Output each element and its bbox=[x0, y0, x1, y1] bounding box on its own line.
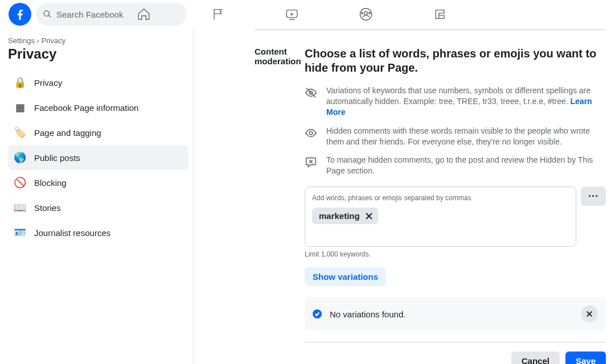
gaming-icon bbox=[433, 7, 448, 22]
svg-point-4 bbox=[369, 13, 371, 14]
tag-icon: 🏷️ bbox=[14, 126, 26, 139]
flag-icon bbox=[211, 7, 226, 22]
alert-text: No variations found. bbox=[330, 309, 581, 319]
info-manage: To manage hidden comments, go to the pos… bbox=[326, 155, 606, 176]
groups-icon bbox=[359, 7, 374, 22]
search-placeholder: Search Facebook bbox=[56, 10, 124, 19]
info-variations: Variations of keywords that use numbers,… bbox=[326, 85, 606, 118]
search-icon bbox=[43, 10, 52, 19]
lock-icon: 🔒 bbox=[14, 76, 26, 89]
svg-point-6 bbox=[309, 131, 313, 135]
globe-icon: 🌎 bbox=[14, 151, 26, 164]
grid-icon: ▦ bbox=[14, 101, 26, 114]
save-button[interactable]: Save bbox=[565, 351, 606, 364]
nav-home[interactable] bbox=[136, 6, 152, 22]
sidebar-item-page-info[interactable]: ▦Facebook Page information bbox=[8, 95, 188, 120]
sidebar-item-blocking[interactable]: 🚫Blocking bbox=[8, 170, 188, 195]
sidebar-item-stories[interactable]: 📖Stories bbox=[8, 195, 188, 220]
svg-point-3 bbox=[362, 13, 363, 14]
dismiss-alert-button[interactable] bbox=[581, 305, 598, 322]
keywords-placeholder: Add words, phrases or emojis separated b… bbox=[312, 194, 569, 202]
variations-alert: No variations found. bbox=[305, 297, 606, 330]
check-icon bbox=[313, 309, 322, 318]
facebook-logo[interactable] bbox=[9, 3, 31, 26]
keywords-input[interactable]: Add words, phrases or emojis separated b… bbox=[305, 187, 576, 247]
sidebar-item-journalist[interactable]: 🪪Journalist resources bbox=[8, 220, 188, 245]
show-variations-button[interactable]: Show variations bbox=[305, 267, 386, 286]
nav-gaming[interactable] bbox=[432, 6, 448, 22]
cancel-button[interactable]: Cancel bbox=[511, 351, 560, 364]
sidebar: Settings › Privacy Privacy 🔒Privacy ▦Fac… bbox=[0, 28, 194, 364]
keyword-chip: marketing bbox=[312, 208, 378, 224]
stories-icon: 📖 bbox=[14, 201, 26, 214]
sidebar-item-public-posts[interactable]: 🌎Public posts bbox=[8, 145, 188, 170]
eye-off-icon bbox=[305, 86, 317, 99]
breadcrumb-privacy[interactable]: Privacy bbox=[42, 36, 66, 45]
nav-groups[interactable] bbox=[358, 6, 374, 22]
home-icon bbox=[137, 7, 151, 22]
divider bbox=[305, 342, 606, 342]
info-visibility: Hidden comments with these words remain … bbox=[326, 126, 606, 147]
more-options-button[interactable]: ··· bbox=[581, 187, 606, 206]
top-nav bbox=[136, 6, 448, 22]
section-label: Content moderation bbox=[255, 47, 305, 66]
sidebar-item-tagging[interactable]: 🏷️Page and tagging bbox=[8, 120, 188, 145]
block-icon: 🚫 bbox=[14, 176, 26, 189]
nav-pages[interactable] bbox=[210, 6, 226, 22]
breadcrumb-settings[interactable]: Settings bbox=[8, 36, 35, 45]
facebook-icon bbox=[13, 7, 27, 21]
nav-watch[interactable] bbox=[284, 6, 300, 22]
sidebar-item-privacy[interactable]: 🔒Privacy bbox=[8, 70, 188, 95]
content: Content moderation Choose a list of word… bbox=[194, 28, 615, 364]
page-title: Privacy bbox=[8, 46, 188, 62]
svg-point-2 bbox=[364, 11, 368, 15]
section-heading: Choose a list of words, phrases or emoji… bbox=[305, 47, 606, 75]
comment-x-icon bbox=[305, 156, 317, 168]
remove-chip-icon[interactable] bbox=[364, 212, 374, 221]
breadcrumb: Settings › Privacy bbox=[8, 36, 188, 45]
limit-text: Limit 1,000 keywords. bbox=[305, 250, 606, 258]
watch-icon bbox=[285, 7, 300, 22]
eye-icon bbox=[305, 127, 317, 139]
badge-icon: 🪪 bbox=[14, 226, 26, 239]
